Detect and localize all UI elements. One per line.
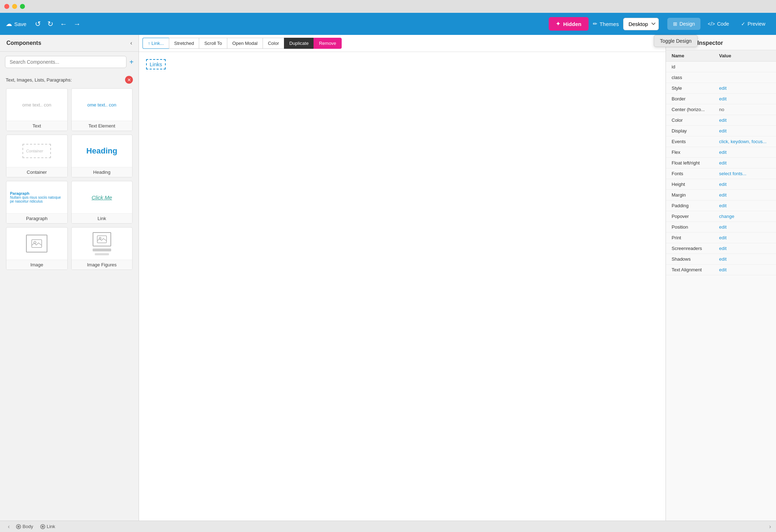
design-button[interactable]: ⊞ Design xyxy=(667,18,701,30)
add-component-button[interactable]: + xyxy=(129,58,134,66)
search-input[interactable] xyxy=(5,56,126,68)
property-row: Marginedit xyxy=(666,190,776,200)
component-preview-container: Container xyxy=(6,135,67,167)
property-value[interactable]: edit xyxy=(713,243,776,254)
themes-label: Themes xyxy=(600,21,619,27)
property-row: Styleedit xyxy=(666,83,776,94)
property-value[interactable]: edit xyxy=(713,115,776,126)
property-value xyxy=(713,62,776,72)
code-button[interactable]: </> Code xyxy=(703,18,734,30)
property-value[interactable]: edit xyxy=(713,222,776,233)
component-card-link[interactable]: Click Me Link xyxy=(71,181,133,224)
col-name: Name xyxy=(666,50,713,62)
property-value[interactable]: select fonts... xyxy=(713,168,776,179)
code-icon: </> xyxy=(708,21,715,27)
component-card-image[interactable]: Image xyxy=(6,227,68,270)
component-preview-text-element: ome text.. con xyxy=(72,89,133,121)
close-button[interactable] xyxy=(4,4,9,9)
property-value[interactable]: edit xyxy=(713,94,776,104)
col-value: Value xyxy=(713,50,776,62)
canvas-duplicate-button[interactable]: Duplicate xyxy=(284,38,314,49)
bottom-left-arrow[interactable]: ‹ xyxy=(5,523,12,530)
redo-button[interactable]: ↻ xyxy=(46,18,55,30)
component-card-heading[interactable]: Heading Heading xyxy=(71,135,133,177)
component-preview-image-figures xyxy=(72,228,133,260)
breadcrumb-link[interactable]: Link xyxy=(37,523,59,530)
property-value[interactable]: edit xyxy=(713,83,776,94)
property-row: Center (horizo...no xyxy=(666,104,776,115)
themes-button[interactable]: ✏ Themes xyxy=(593,21,619,27)
forward-button[interactable]: → xyxy=(72,19,82,30)
property-name: Fonts xyxy=(666,168,713,179)
category-close-button[interactable]: ✕ xyxy=(125,76,133,84)
property-name: Position xyxy=(666,222,713,233)
save-button[interactable]: ☁ Save xyxy=(6,20,26,28)
check-icon: ✓ xyxy=(741,21,745,27)
property-name: Popover xyxy=(666,211,713,222)
property-name: Style xyxy=(666,83,713,94)
property-name: Margin xyxy=(666,190,713,200)
toggle-design-tooltip[interactable]: Toggle Design xyxy=(654,35,698,47)
category-label: Text, Images, Lists, Paragraphs: xyxy=(6,77,72,83)
component-card-text[interactable]: ome text.. con Text xyxy=(6,88,68,131)
property-value[interactable]: edit xyxy=(713,200,776,211)
canvas-open-modal-button[interactable]: Open Modal xyxy=(227,38,263,49)
property-row: Borderedit xyxy=(666,94,776,104)
property-value[interactable]: edit xyxy=(713,179,776,190)
component-preview-link: Click Me xyxy=(72,181,133,213)
component-preview-paragraph: Paragraph Nullam quis risus sociis natoq… xyxy=(6,181,67,213)
preview-paragraph-text: Paragraph Nullam quis risus sociis natoq… xyxy=(10,191,64,203)
component-card-paragraph[interactable]: Paragraph Nullam quis risus sociis natoq… xyxy=(6,181,68,224)
svg-rect-0 xyxy=(32,240,42,247)
property-value[interactable]: edit xyxy=(713,265,776,275)
breadcrumb-body[interactable]: Body xyxy=(12,523,37,530)
viewport-select[interactable]: Desktop xyxy=(623,18,659,30)
canvas-content[interactable]: Links xyxy=(139,52,666,521)
hidden-button[interactable]: ✦ Hidden xyxy=(549,17,589,31)
right-panel-scroll[interactable]: Name Value idclassStyleeditBordereditCen… xyxy=(666,50,776,521)
component-card-container[interactable]: Container Container xyxy=(6,135,68,177)
property-value[interactable]: edit xyxy=(713,147,776,158)
preview-button[interactable]: ✓ Preview xyxy=(736,18,770,30)
component-preview-heading: Heading xyxy=(72,135,133,167)
titlebar xyxy=(0,0,776,13)
breadcrumb-link-label: Link xyxy=(47,524,55,529)
component-card-text-element[interactable]: ome text.. con Text Element xyxy=(71,88,133,131)
preview-text-blue: ome text.. con xyxy=(87,102,117,108)
component-preview-image xyxy=(6,228,67,260)
minimize-button[interactable] xyxy=(12,4,17,9)
save-icon: ☁ xyxy=(6,20,12,28)
canvas-scroll-to-button[interactable]: Scroll To xyxy=(199,38,227,49)
property-value[interactable]: edit xyxy=(713,158,776,168)
canvas-color-button[interactable]: Color xyxy=(263,38,284,49)
canvas-links-element[interactable]: Links xyxy=(146,59,166,69)
property-value[interactable]: click, keydown, focus... xyxy=(713,136,776,147)
preview-image-figure-box xyxy=(93,232,111,255)
property-value[interactable]: edit xyxy=(713,190,776,200)
component-card-image-figures[interactable]: Image Figures xyxy=(71,227,133,270)
preview-container-box: Container xyxy=(22,144,51,158)
property-name: Screenreaders xyxy=(666,243,713,254)
preview-image-figure-icon xyxy=(93,232,111,246)
property-row: Float left/rightedit xyxy=(666,158,776,168)
bottom-right-arrow[interactable]: › xyxy=(769,523,771,530)
property-value[interactable]: change xyxy=(713,211,776,222)
preview-heading-text: Heading xyxy=(86,146,117,156)
property-value[interactable]: edit xyxy=(713,126,776,136)
code-label: Code xyxy=(717,21,729,27)
property-row: Eventsclick, keydown, focus... xyxy=(666,136,776,147)
property-value[interactable]: edit xyxy=(713,233,776,243)
undo-button[interactable]: ↺ xyxy=(33,18,42,30)
preview-text-gray: ome text.. con xyxy=(22,102,51,108)
property-row: id xyxy=(666,62,776,72)
collapse-panel-button[interactable]: ‹ xyxy=(130,40,132,46)
property-name: Events xyxy=(666,136,713,147)
back-button[interactable]: ← xyxy=(58,19,68,30)
maximize-button[interactable] xyxy=(20,4,25,9)
save-label: Save xyxy=(14,21,26,27)
property-value[interactable]: edit xyxy=(713,254,776,265)
canvas-link-button[interactable]: ↑ Link... xyxy=(143,38,169,49)
canvas-remove-button[interactable]: Remove xyxy=(314,38,341,49)
property-name: Display xyxy=(666,126,713,136)
canvas-stretched-button[interactable]: Stretched xyxy=(169,38,199,49)
